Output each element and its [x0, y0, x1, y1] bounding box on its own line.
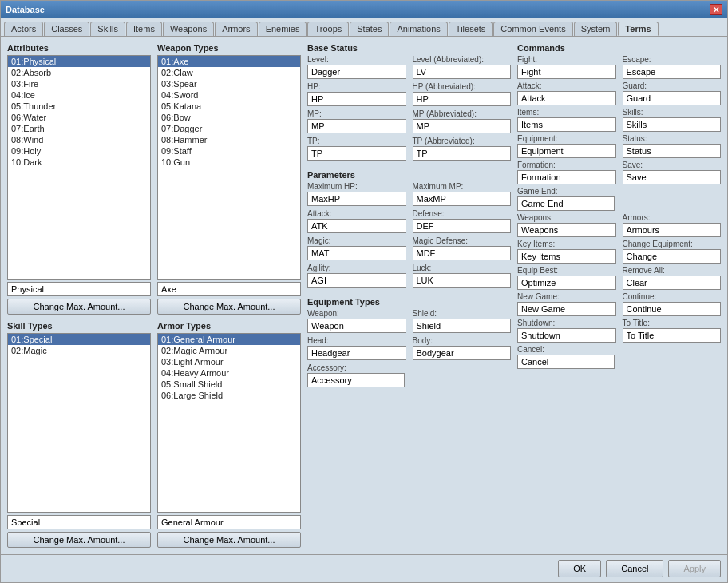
list-item[interactable]: 02:Magic Armour — [158, 345, 300, 356]
list-item[interactable]: 05:Thunder — [8, 101, 150, 112]
items-input[interactable] — [517, 117, 616, 132]
list-item[interactable]: 01:Axe — [158, 56, 300, 67]
list-item[interactable]: 01:General Armour — [158, 334, 300, 345]
mat-input[interactable] — [307, 246, 406, 260]
attributes-input[interactable] — [7, 282, 151, 296]
list-item[interactable]: 06:Bow — [158, 112, 300, 123]
mp-input[interactable] — [307, 119, 406, 133]
apply-button[interactable]: Apply — [668, 560, 721, 577]
change-equip-input[interactable] — [623, 249, 722, 264]
attributes-change-btn[interactable]: Change Max. Amount... — [7, 299, 151, 315]
list-item[interactable]: 09:Holy — [8, 145, 150, 157]
list-item[interactable]: 03:Spear — [158, 78, 300, 89]
game-end-input[interactable] — [517, 196, 615, 211]
list-item[interactable]: 03:Light Armour — [158, 356, 300, 367]
tab-troops[interactable]: Troops — [307, 22, 349, 36]
tab-terms[interactable]: Terms — [618, 22, 658, 36]
level-input[interactable] — [307, 65, 406, 79]
fight-input[interactable] — [517, 65, 616, 79]
key-items-input[interactable] — [517, 249, 616, 264]
list-item[interactable]: 09:Staff — [158, 145, 300, 157]
list-item[interactable]: 02:Absorb — [8, 67, 150, 78]
shield-input[interactable] — [413, 319, 512, 333]
accessory-input[interactable] — [307, 373, 405, 387]
mdf-input[interactable] — [413, 246, 512, 260]
tab-system[interactable]: System — [574, 22, 618, 36]
list-item[interactable]: 07:Dagger — [158, 123, 300, 134]
body-input[interactable] — [413, 346, 512, 360]
weapon-types-change-btn[interactable]: Change Max. Amount... — [157, 299, 301, 315]
list-item[interactable]: 04:Heavy Armour — [158, 367, 300, 379]
attributes-list[interactable]: 01:Physical02:Absorb03:Fire04:Ice05:Thun… — [7, 55, 151, 280]
list-item[interactable]: 08:Hammer — [158, 134, 300, 145]
armor-types-list[interactable]: 01:General Armour02:Magic Armour03:Light… — [157, 333, 301, 513]
list-item[interactable]: 02:Claw — [158, 67, 300, 78]
level-abbr-input[interactable] — [413, 65, 512, 79]
formation-input[interactable] — [517, 170, 616, 184]
save-input[interactable] — [623, 170, 722, 184]
hp-abbr-input[interactable] — [413, 92, 512, 106]
tab-animations[interactable]: Animations — [390, 22, 447, 36]
tab-classes[interactable]: Classes — [44, 22, 89, 36]
armor-types-change-btn[interactable]: Change Max. Amount... — [157, 532, 301, 548]
list-item[interactable]: 10:Dark — [8, 157, 150, 168]
tp-abbr-input[interactable] — [413, 146, 512, 161]
list-item[interactable]: 06:Large Shield — [158, 390, 300, 401]
continue-input[interactable] — [623, 302, 722, 316]
skill-types-list[interactable]: 01:Special02:Magic — [7, 333, 151, 513]
def-input[interactable] — [413, 219, 512, 233]
cancel-button[interactable]: Cancel — [606, 560, 663, 577]
skills-input[interactable] — [623, 117, 722, 132]
list-item[interactable]: 06:Water — [8, 112, 150, 123]
status-input[interactable] — [623, 144, 722, 158]
list-item[interactable]: 02:Magic — [8, 345, 150, 356]
escape-input[interactable] — [623, 65, 722, 79]
weapon-equip-input[interactable] — [307, 319, 406, 333]
cancel-cmd-input[interactable] — [517, 355, 615, 369]
guard-input[interactable] — [623, 91, 722, 105]
attack-input[interactable] — [517, 91, 616, 105]
tab-weapons[interactable]: Weapons — [163, 22, 214, 36]
tab-enemies[interactable]: Enemies — [259, 22, 307, 36]
list-item[interactable]: 10:Gun — [158, 157, 300, 168]
remove-all-input[interactable] — [623, 276, 722, 290]
tab-armors[interactable]: Armors — [215, 22, 257, 36]
list-item[interactable]: 04:Ice — [8, 89, 150, 101]
luk-input[interactable] — [413, 273, 512, 288]
ok-button[interactable]: OK — [558, 560, 601, 577]
list-item[interactable]: 01:Special — [8, 334, 150, 345]
tab-tilesets[interactable]: Tilesets — [449, 22, 493, 36]
tab-items[interactable]: Items — [126, 22, 162, 36]
hp-input[interactable] — [307, 92, 406, 106]
atk-input[interactable] — [307, 219, 406, 233]
armors-input[interactable] — [623, 223, 722, 237]
equip-best-input[interactable] — [517, 276, 616, 290]
equipment-input[interactable] — [517, 144, 616, 158]
close-button[interactable]: ✕ — [710, 4, 722, 15]
list-item[interactable]: 05:Katana — [158, 101, 300, 112]
weapon-types-list[interactable]: 01:Axe02:Claw03:Spear04:Sword05:Katana06… — [157, 55, 301, 280]
maxmp-input[interactable] — [413, 192, 512, 206]
list-item[interactable]: 04:Sword — [158, 89, 300, 101]
list-item[interactable]: 03:Fire — [8, 78, 150, 89]
tp-input[interactable] — [307, 146, 406, 161]
skill-types-input[interactable] — [7, 515, 151, 529]
shutdown-input[interactable] — [517, 328, 616, 343]
list-item[interactable]: 01:Physical — [8, 56, 150, 67]
list-item[interactable]: 08:Wind — [8, 134, 150, 145]
list-item[interactable]: 05:Small Shield — [158, 379, 300, 390]
head-input[interactable] — [307, 346, 406, 360]
to-title-input[interactable] — [623, 328, 722, 343]
skill-types-change-btn[interactable]: Change Max. Amount... — [7, 532, 151, 548]
agi-input[interactable] — [307, 273, 406, 288]
weapon-types-input[interactable] — [157, 282, 301, 296]
new-game-input[interactable] — [517, 302, 616, 316]
tab-skills[interactable]: Skills — [90, 22, 125, 36]
mp-abbr-input[interactable] — [413, 119, 512, 133]
tab-actors[interactable]: Actors — [4, 22, 43, 36]
list-item[interactable]: 07:Earth — [8, 123, 150, 134]
tab-common_events[interactable]: Common Events — [493, 22, 572, 36]
maxhp-input[interactable] — [307, 192, 406, 206]
armor-types-input[interactable] — [157, 515, 301, 529]
weapons-cmd-input[interactable] — [517, 223, 616, 237]
